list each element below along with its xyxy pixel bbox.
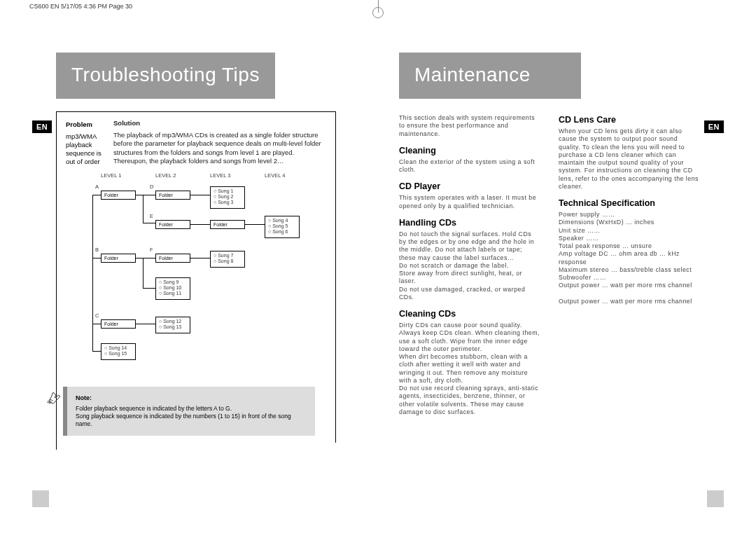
level-1-label: LEVEL 1: [101, 172, 121, 179]
banner-maintenance: Maintenance: [399, 53, 581, 99]
folder-letter-e: E: [150, 213, 153, 219]
maint-col-1: This section deals with system requireme…: [399, 114, 540, 419]
h-cleaning: Cleaning: [399, 145, 540, 156]
level-4-label: LEVEL 4: [265, 172, 285, 179]
p-cdplayer: This system operates with a laser. It mu…: [399, 194, 540, 210]
lang-tab-right: EN: [704, 120, 724, 133]
edge-block-right: [707, 490, 724, 507]
crop-mark: [368, 0, 388, 13]
maint-intro: This section deals with system requireme…: [399, 114, 540, 138]
folder-letter-d: D: [150, 184, 153, 190]
h-cdplayer: CD Player: [399, 181, 540, 192]
folder-g: Folder: [210, 220, 245, 229]
folder-letter-f: F: [150, 247, 153, 253]
troubleshoot-box: Problem Solution mp3/WMA playback sequen…: [56, 111, 336, 443]
song-group-1: Song 1 Song 2 Song 3: [210, 186, 245, 209]
h-handling: Handling CDs: [399, 217, 540, 228]
song-group-5: Song 12 Song 13: [155, 317, 190, 333]
maint-col-2: CD Lens Care When your CD lens gets dirt…: [559, 114, 700, 419]
hand-icon: [46, 388, 63, 405]
note-line-2: Song playback sequence is indicated by t…: [76, 413, 308, 429]
folder-letter-a: A: [95, 184, 99, 190]
h-tech: Technical Specification: [559, 198, 700, 209]
col-header-problem: Problem: [66, 120, 108, 129]
banner-troubleshooting: Troubleshooting Tips: [56, 53, 275, 99]
spread: Troubleshooting Tips EN Problem Solution…: [21, 14, 735, 538]
solution-text: The playback of mp3/WMA CDs is created a…: [113, 131, 326, 166]
song-group-2: Song 4 Song 5 Song 6: [265, 216, 300, 238]
maintenance-content: This section deals with system requireme…: [399, 114, 700, 419]
folder-f: Folder: [155, 254, 190, 263]
folder-a: Folder: [101, 191, 136, 200]
print-meta: CS600 EN 5/17/05 4:36 PM Page 30: [29, 3, 132, 10]
folder-b: Folder: [101, 254, 136, 263]
folder-letter-c: C: [95, 312, 99, 319]
h-lens: CD Lens Care: [559, 114, 700, 125]
col-header-solution: Solution: [113, 119, 326, 129]
page-left: Troubleshooting Tips EN Problem Solution…: [21, 14, 378, 538]
folder-c: Folder: [101, 319, 136, 329]
level-3-label: LEVEL 3: [210, 172, 230, 179]
p-handling: Do not touch the signal surfaces. Hold C…: [399, 230, 540, 301]
folder-d: Folder: [155, 191, 190, 200]
note-title: Note:: [76, 394, 308, 402]
page-right: Maintenance EN This section deals with s…: [378, 14, 735, 538]
h-cleaningcds: Cleaning CDs: [399, 308, 540, 319]
note-line-1: Folder playback sequence is indicated by…: [76, 405, 308, 413]
folder-e: Folder: [155, 220, 190, 229]
problem-text: mp3/WMA playback sequence is out of orde…: [66, 132, 108, 166]
song-group-4: Song 9 Song 10 Song 11: [155, 277, 190, 300]
lang-tab-left: EN: [32, 120, 52, 133]
note-box: Note: Folder playback sequence is indica…: [63, 387, 315, 436]
p-cleaning: Clean the exterior of the system using a…: [399, 158, 540, 174]
edge-block: [32, 490, 49, 507]
p-lens: When your CD lens gets dirty it can also…: [559, 127, 700, 191]
folder-letter-b: B: [95, 247, 99, 253]
p-tech: Power supply …… Dimensions (WxHxD) … inc…: [559, 211, 700, 305]
song-group-3: Song 7 Song 8: [210, 251, 245, 268]
p-cleaningcds: Dirty CDs can cause poor sound quality. …: [399, 322, 540, 416]
level-2-label: LEVEL 2: [155, 172, 176, 179]
song-group-6: Song 14 Song 15: [101, 343, 136, 360]
folder-diagram: LEVEL 1 LEVEL 2 LEVEL 3 LEVEL 4 A Folder…: [101, 172, 318, 382]
